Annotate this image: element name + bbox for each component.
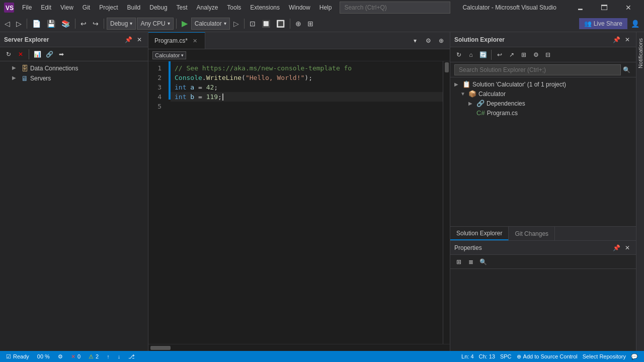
sol-settings-btn[interactable]: ⚙ <box>530 49 541 60</box>
menu-debug[interactable]: Debug <box>145 2 171 13</box>
status-source-control[interactable]: ⊕ Add to Source Control <box>515 353 580 360</box>
live-share-label: Live Share <box>594 20 622 27</box>
sol-dependencies-item[interactable]: ▶ 🔗 Dependencies <box>450 99 636 108</box>
sol-project-item[interactable]: ▼ 📦 Calculator <box>450 89 636 99</box>
account-btn[interactable]: 👤 <box>628 17 642 30</box>
scroll-thumb[interactable] <box>445 62 449 72</box>
editor-content[interactable]: 1 2 3 4 5 // See https://aka.ms/new-cons… <box>148 61 450 344</box>
prop-close-btn[interactable]: ✕ <box>623 243 632 252</box>
status-errors[interactable]: ✕ 0 <box>69 351 83 362</box>
maximize-button[interactable]: 🗖 <box>593 0 616 15</box>
tree-servers[interactable]: ▶ 🖥 Servers <box>0 73 148 83</box>
save-btn[interactable]: 💾 <box>44 17 58 30</box>
sol-tool3-btn[interactable]: ⊞ <box>518 49 529 60</box>
menu-file[interactable]: File <box>18 2 36 13</box>
editor-tab-program-cs[interactable]: Program.cs* ✕ <box>148 32 205 49</box>
tab-solution-explorer[interactable]: Solution Explorer <box>450 227 509 240</box>
forward-button[interactable]: ▷ <box>14 17 24 30</box>
minimize-button[interactable]: 🗕 <box>569 0 592 15</box>
sol-pin-btn[interactable]: 📌 <box>612 35 621 44</box>
menu-tools[interactable]: Tools <box>223 2 245 13</box>
tool3-btn[interactable]: ➡ <box>56 49 67 60</box>
menu-help[interactable]: Help <box>315 2 336 13</box>
menu-view[interactable]: View <box>56 2 77 13</box>
toolbar-misc2[interactable]: 🔲 <box>259 17 273 30</box>
menu-project[interactable]: Project <box>95 2 122 13</box>
code-line-2: Console.WriteLine("Hello, World!"); <box>171 73 443 82</box>
tool2-btn[interactable]: 🔗 <box>44 49 55 60</box>
status-warnings[interactable]: ⚠ 2 <box>87 351 101 362</box>
toolbar-misc1[interactable]: ⊡ <box>247 17 258 30</box>
refresh-btn[interactable]: ↻ <box>3 49 14 60</box>
sol-programcs-item[interactable]: ▶ C# Program.cs <box>450 108 636 118</box>
menu-extensions[interactable]: Extensions <box>246 2 284 13</box>
status-encoding[interactable]: SPC <box>498 353 514 359</box>
hscroll-thumb[interactable] <box>150 346 171 350</box>
live-share-button[interactable]: 👥 Live Share <box>579 18 627 29</box>
tool1-btn[interactable]: 📊 <box>32 49 43 60</box>
status-zoom[interactable]: 00 % <box>35 351 52 362</box>
debug-mode-dropdown[interactable]: Debug <box>107 18 136 30</box>
title-search-input[interactable] <box>340 2 450 14</box>
solution-search-input[interactable] <box>454 64 621 75</box>
status-settings-icon[interactable]: ⚙ <box>56 351 65 362</box>
tab-expand-btn[interactable]: ⊕ <box>436 35 447 46</box>
tab-close-icon[interactable]: ✕ <box>191 37 199 45</box>
toolbar-misc3[interactable]: 🔳 <box>274 17 287 30</box>
sol-nav2-btn[interactable]: 🔄 <box>477 49 489 60</box>
sol-close-btn[interactable]: ✕ <box>623 35 632 44</box>
breadcrumb-calculator[interactable]: Calculator <box>152 51 186 59</box>
vertical-scrollbar[interactable] <box>443 61 450 344</box>
panel-close-button[interactable]: ✕ <box>135 35 144 44</box>
run-nobuild-btn[interactable]: ▷ <box>231 17 242 30</box>
save-all-btn[interactable]: 📚 <box>59 17 72 30</box>
sol-collapse-btn[interactable]: ⊟ <box>542 49 553 60</box>
title-bar: VS File Edit View Git Project Build Debu… <box>0 0 644 15</box>
tree-data-connections[interactable]: ▶ 🗄 Data Connections <box>0 63 148 73</box>
notifications-label[interactable]: Notifications <box>636 34 645 72</box>
status-col[interactable]: Ch: 13 <box>477 353 497 359</box>
run-button[interactable]: ▶ <box>179 17 190 30</box>
toolbar-misc5[interactable]: ⊞ <box>305 17 316 30</box>
menu-window[interactable]: Window <box>285 2 314 13</box>
redo-btn[interactable]: ↪ <box>90 17 101 30</box>
status-line[interactable]: Ln: 4 <box>459 353 475 359</box>
run-target-dropdown[interactable]: Calculator <box>191 18 230 30</box>
toolbar-misc4[interactable]: ⊕ <box>293 17 304 30</box>
sol-nav-btn[interactable]: ⌂ <box>465 49 476 60</box>
int-keyword-4: int <box>175 92 186 102</box>
close-button[interactable]: ✕ <box>617 0 640 15</box>
menu-analyze[interactable]: Analyze <box>193 2 222 13</box>
tab-git-changes[interactable]: Git Changes <box>509 227 555 240</box>
status-branch[interactable]: ⎇ <box>126 351 137 362</box>
search-icon[interactable]: 🔍 <box>621 64 632 75</box>
prop-pin-btn[interactable]: 📌 <box>612 243 621 252</box>
sol-refresh-btn[interactable]: ↻ <box>453 49 464 60</box>
menu-git[interactable]: Git <box>78 2 94 13</box>
sol-tool1-btn[interactable]: ↩ <box>494 49 505 60</box>
status-down-icon[interactable]: ↓ <box>116 351 123 362</box>
menu-build[interactable]: Build <box>123 2 145 13</box>
prop-grid-btn[interactable]: ⊞ <box>453 256 464 267</box>
sol-root-item[interactable]: ▶ 📋 Solution 'Calculator' (1 of 1 projec… <box>450 79 636 89</box>
tab-dropdown-btn[interactable]: ▾ <box>410 35 421 46</box>
new-project-btn[interactable]: 📄 <box>30 17 43 30</box>
status-select-repo[interactable]: Select Repository <box>581 353 628 359</box>
prop-search-btn[interactable]: 🔍 <box>477 256 489 267</box>
prop-list-btn[interactable]: ≣ <box>465 256 476 267</box>
status-ready[interactable]: ☑ Ready <box>4 351 31 362</box>
back-button[interactable]: ◁ <box>2 17 13 30</box>
menu-test[interactable]: Test <box>173 2 192 13</box>
menu-edit[interactable]: Edit <box>37 2 55 13</box>
code-editor[interactable]: // See https://aka.ms/new-console-templa… <box>171 61 443 344</box>
platform-dropdown[interactable]: Any CPU <box>137 18 173 30</box>
undo-btn[interactable]: ↩ <box>78 17 89 30</box>
horizontal-scrollbar[interactable] <box>148 344 450 351</box>
stop-btn[interactable]: ✕ <box>15 49 26 60</box>
pin-button[interactable]: 📌 <box>124 35 133 44</box>
status-up-icon[interactable]: ↑ <box>105 351 112 362</box>
status-feedback[interactable]: 💬 <box>629 353 640 360</box>
tab-settings-btn[interactable]: ⚙ <box>423 35 434 46</box>
sol-tool2-btn[interactable]: ↗ <box>506 49 517 60</box>
notifications-sidebar: Notifications <box>636 32 644 351</box>
